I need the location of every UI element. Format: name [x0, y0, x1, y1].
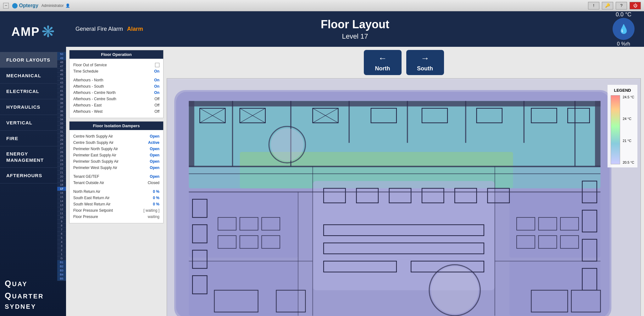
floor-1[interactable]: 1: [57, 252, 66, 256]
floor-6[interactable]: 6: [57, 232, 66, 236]
floor-50[interactable]: 50: [57, 52, 66, 56]
floor-35[interactable]: 35: [57, 113, 66, 117]
south-button[interactable]: → South: [406, 50, 444, 75]
floor-38[interactable]: 38: [57, 101, 66, 105]
south-west-return-air-value[interactable]: 0 %: [153, 202, 159, 206]
afterhours-east-value[interactable]: Off: [154, 103, 159, 107]
floor-B2[interactable]: B2: [57, 264, 66, 269]
floor-48[interactable]: 48: [57, 60, 66, 64]
floor-36[interactable]: 36: [57, 109, 66, 113]
perimeter-north-supply-value[interactable]: Open: [150, 147, 159, 151]
floor-39[interactable]: 39: [57, 97, 66, 101]
afterhours-north-value[interactable]: On: [154, 78, 159, 82]
time-schedule-value[interactable]: On: [154, 69, 159, 74]
floor-15[interactable]: 15: [57, 195, 66, 199]
floor-47[interactable]: 47: [57, 64, 66, 68]
floor-23[interactable]: 23: [57, 162, 66, 166]
floor-B5[interactable]: B5: [57, 277, 66, 281]
afterhours-south-value[interactable]: On: [154, 84, 159, 89]
floor-number-strip[interactable]: 50 49 48 47 46 45 44 43 42 41 40 39 38 3…: [57, 52, 66, 281]
floor-14[interactable]: 14: [57, 199, 66, 203]
floor-22[interactable]: 22: [57, 166, 66, 171]
titlebar-right-controls[interactable]: ! 🔑 ? ⏻: [588, 2, 641, 9]
window-controls[interactable]: ─: [3, 3, 9, 8]
floor-G[interactable]: G: [57, 256, 66, 260]
floor-12[interactable]: 12: [57, 207, 66, 211]
sidebar-item-hydraulics[interactable]: HYDRAULICS: [0, 99, 66, 115]
floor-11[interactable]: 11: [57, 211, 66, 215]
south-west-return-air-row: South West Return Air 0 %: [73, 201, 159, 207]
info-button[interactable]: !: [588, 2, 599, 9]
floor-2[interactable]: 2: [57, 248, 66, 252]
floor-4[interactable]: 4: [57, 240, 66, 244]
floor-27[interactable]: 27: [57, 146, 66, 150]
afterhours-west-value[interactable]: Off: [154, 109, 159, 114]
south-east-return-air-value[interactable]: 0 %: [153, 196, 159, 200]
floor-out-of-service-checkbox[interactable]: [155, 63, 159, 67]
floor-17[interactable]: 17: [57, 187, 66, 191]
perimeter-south-supply-value[interactable]: Open: [150, 159, 159, 164]
floor-30[interactable]: 30: [57, 134, 66, 138]
floor-9[interactable]: 9: [57, 220, 66, 224]
floor-25[interactable]: 25: [57, 154, 66, 158]
floor-34[interactable]: 34: [57, 117, 66, 122]
south-arrow-icon: →: [421, 53, 430, 63]
tenant-outside-air-label: Tenant Outside Air: [73, 181, 104, 185]
floor-13[interactable]: 13: [57, 203, 66, 207]
floor-out-of-service-row[interactable]: Floor Out of Service: [73, 62, 159, 68]
floor-32[interactable]: 32: [57, 126, 66, 130]
sidebar-item-energy-management[interactable]: ENERGYMANAGEMENT: [0, 146, 66, 168]
floor-21[interactable]: 21: [57, 171, 66, 175]
floor-10[interactable]: 10: [57, 215, 66, 220]
key-button[interactable]: 🔑: [602, 2, 613, 9]
help-button[interactable]: ?: [616, 2, 627, 9]
south-label: South: [417, 65, 433, 72]
floor-40[interactable]: 40: [57, 93, 66, 97]
floor-31[interactable]: 31: [57, 130, 66, 134]
centre-south-supply-value[interactable]: Active: [148, 140, 159, 145]
floor-24[interactable]: 24: [57, 158, 66, 162]
floor-33[interactable]: 33: [57, 122, 66, 126]
minimize-button[interactable]: ─: [3, 3, 9, 8]
floor-18[interactable]: 18: [57, 183, 66, 187]
power-button[interactable]: ⏻: [630, 2, 641, 9]
floor-44[interactable]: 44: [57, 77, 66, 81]
floor-pressure-row: Floor Pressure waiting: [73, 214, 159, 220]
floor-42[interactable]: 42: [57, 85, 66, 89]
floor-29[interactable]: 29: [57, 138, 66, 142]
floor-3[interactable]: 3: [57, 244, 66, 248]
floor-43[interactable]: 43: [57, 81, 66, 85]
floor-16[interactable]: 16: [57, 191, 66, 195]
floor-8[interactable]: 8: [57, 224, 66, 228]
floor-20[interactable]: 20: [57, 175, 66, 179]
floor-28[interactable]: 28: [57, 142, 66, 146]
perimeter-west-supply-value[interactable]: Open: [150, 166, 159, 170]
floor-B3[interactable]: B3: [57, 269, 66, 273]
nav-buttons[interactable]: ← North → South: [167, 50, 641, 75]
floor-19[interactable]: 19: [57, 179, 66, 183]
centre-north-supply-value[interactable]: Open: [150, 134, 159, 139]
floor-7[interactable]: 7: [57, 228, 66, 232]
floor-26[interactable]: 26: [57, 150, 66, 154]
perimeter-east-supply-value[interactable]: Open: [150, 153, 159, 157]
tenant-outside-air-value[interactable]: Closed: [148, 181, 159, 185]
floor-5[interactable]: 5: [57, 236, 66, 240]
sidebar-item-vertical[interactable]: VERTICAL: [0, 115, 66, 131]
afterhours-centre-north-value[interactable]: On: [154, 90, 159, 95]
sidebar-item-floor-layouts[interactable]: FLOOR LAYOUTS: [0, 52, 66, 68]
floor-45[interactable]: 45: [57, 73, 66, 77]
tenant-getef-value[interactable]: Open: [150, 174, 159, 179]
north-return-air-value[interactable]: 0 %: [153, 189, 159, 194]
sidebar-item-afterhours[interactable]: AFTERHOURS: [0, 168, 66, 183]
sidebar-item-fire[interactable]: FIRE: [0, 131, 66, 146]
afterhours-centre-south-value[interactable]: Off: [154, 97, 159, 101]
floor-49[interactable]: 49: [57, 56, 66, 60]
floor-37[interactable]: 37: [57, 105, 66, 109]
north-button[interactable]: ← North: [364, 50, 402, 75]
floor-B4[interactable]: B4: [57, 273, 66, 277]
floor-46[interactable]: 46: [57, 68, 66, 73]
floor-B1[interactable]: B1: [57, 260, 66, 264]
floor-41[interactable]: 41: [57, 89, 66, 93]
sidebar-item-mechanical[interactable]: MECHANICAL: [0, 68, 66, 84]
sidebar-item-electrical[interactable]: ELECTRICAL: [0, 84, 66, 99]
